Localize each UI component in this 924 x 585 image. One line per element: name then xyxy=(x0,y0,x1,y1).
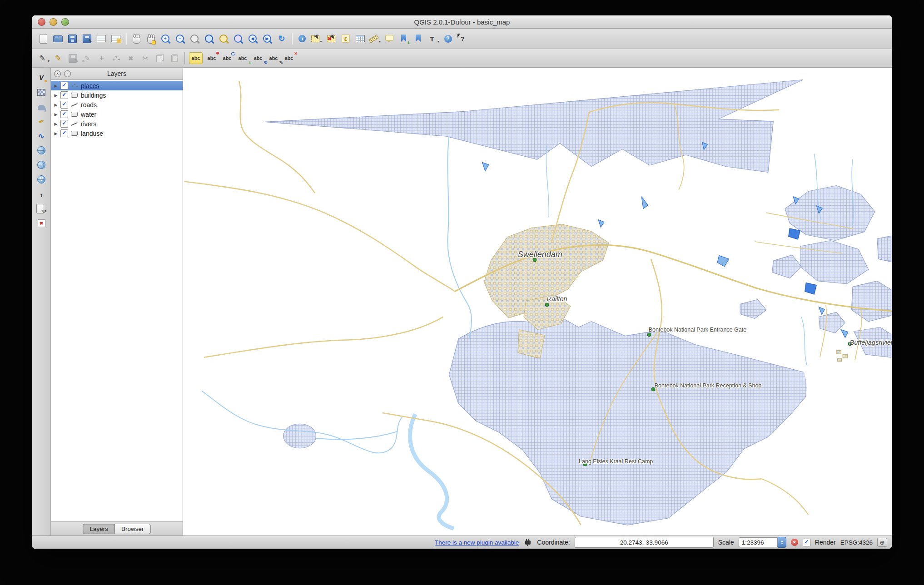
minimize-window-button[interactable] xyxy=(50,18,57,26)
add-vector-layer-button[interactable]: V xyxy=(35,71,48,84)
crs-status: EPSG:4326 xyxy=(840,539,873,546)
layer-item-roads[interactable]: ▶✓roads xyxy=(51,100,183,109)
save-project-button[interactable] xyxy=(65,32,79,45)
cut-features-button[interactable]: ✂ xyxy=(139,51,152,65)
change-label-properties-button[interactable]: abc xyxy=(266,51,281,65)
expand-arrow-icon[interactable]: ▶ xyxy=(54,131,58,136)
measure-line-button[interactable]: ▾ xyxy=(368,32,382,45)
zoom-out-button[interactable]: − xyxy=(173,32,187,45)
layer-item-buildings[interactable]: ▶✓buildings xyxy=(51,90,183,100)
add-wms-layer-button[interactable] xyxy=(35,144,48,157)
node-tool-button[interactable] xyxy=(109,51,123,65)
new-shapefile-layer-button[interactable]: ▾ xyxy=(35,202,48,215)
text-annotation-button[interactable]: T▾ xyxy=(426,32,440,45)
plugin-icon[interactable] xyxy=(525,540,531,545)
panel-tab-browser[interactable]: Browser xyxy=(114,524,151,534)
layer-visibility-checkbox[interactable]: ✓ xyxy=(60,101,68,109)
move-feature-icon: + xyxy=(97,53,107,63)
layer-item-water[interactable]: ▶✓water xyxy=(51,109,183,119)
zoom-to-layer-button[interactable] xyxy=(231,32,245,45)
new-print-composer-button[interactable] xyxy=(94,32,108,45)
identify-features-button[interactable]: i xyxy=(295,32,309,45)
scale-combo[interactable]: 1:23396 ▲▼ xyxy=(739,537,786,548)
layer-item-places[interactable]: ▶✓places xyxy=(51,81,183,90)
float-panel-button[interactable]: ◦ xyxy=(64,70,71,77)
pan-map-button[interactable] xyxy=(129,32,143,45)
crs-status-icon[interactable]: ⊕ xyxy=(877,538,887,547)
add-feature-button[interactable]: ✎ xyxy=(80,51,94,65)
new-bookmark-button[interactable] xyxy=(397,32,411,45)
deselect-features-button[interactable] xyxy=(324,32,338,45)
current-edits-button[interactable]: ✎▾ xyxy=(36,51,50,65)
select-features-button[interactable]: ▾ xyxy=(310,32,323,45)
move-feature-button[interactable]: + xyxy=(95,51,109,65)
highlight-pinned-labels-button[interactable]: abc xyxy=(220,51,234,65)
zoom-next-button[interactable]: ▶ xyxy=(260,32,274,45)
new-plugin-link[interactable]: There is a new plugin available xyxy=(435,539,519,546)
close-window-button[interactable] xyxy=(38,18,45,26)
status-bar: There is a new plugin available Coordina… xyxy=(32,535,892,549)
zoom-in-button[interactable]: + xyxy=(159,32,172,45)
map-tips-button[interactable] xyxy=(383,32,396,45)
new-project-button[interactable] xyxy=(36,32,50,45)
open-attribute-table-button[interactable] xyxy=(353,32,367,45)
show-bookmarks-button[interactable] xyxy=(412,32,425,45)
add-wcs-layer-button[interactable] xyxy=(35,159,48,171)
pan-to-selection-button[interactable] xyxy=(144,32,158,45)
show-hide-labels-button[interactable]: abc xyxy=(282,51,296,65)
toolbar-separator xyxy=(126,33,126,45)
remove-layer-button[interactable] xyxy=(35,217,48,229)
move-label-button[interactable]: abc xyxy=(235,51,250,65)
open-project-button[interactable] xyxy=(51,32,65,45)
help-contents-button[interactable]: ? xyxy=(441,32,455,45)
layer-item-rivers[interactable]: ▶✓rivers xyxy=(51,119,183,129)
zoom-last-button[interactable]: ◀ xyxy=(246,32,259,45)
add-spatialite-layer-button[interactable]: ✒ xyxy=(35,115,48,128)
layer-visibility-checkbox[interactable]: ✓ xyxy=(60,129,68,137)
expand-arrow-icon[interactable]: ▶ xyxy=(54,122,58,126)
stop-rendering-icon[interactable]: ✕ xyxy=(791,539,798,546)
expand-arrow-icon[interactable]: ▶ xyxy=(54,103,58,107)
close-panel-button[interactable]: ✕ xyxy=(54,70,61,77)
layer-labeling-options-button[interactable]: abc xyxy=(188,51,204,65)
zoom-window-button[interactable] xyxy=(61,18,69,26)
layer-item-landuse[interactable]: ▶✓landuse xyxy=(51,129,183,138)
add-postgis-layer-button[interactable] xyxy=(35,100,48,113)
add-wfs-layer-button[interactable] xyxy=(35,173,48,186)
panel-tab-layers[interactable]: Layers xyxy=(83,524,114,534)
paste-features-button[interactable] xyxy=(168,51,181,65)
landuse-polygons xyxy=(265,79,891,525)
rotate-label-button[interactable]: abc xyxy=(251,51,265,65)
add-mssql-layer-button[interactable]: ∿ xyxy=(35,129,48,142)
delete-selected-button[interactable]: ✖ xyxy=(124,51,138,65)
save-project-as-button[interactable] xyxy=(80,32,94,45)
show-hide-labels-icon: abc xyxy=(283,53,295,64)
layer-visibility-checkbox[interactable]: ✓ xyxy=(60,82,68,89)
layer-visibility-checkbox[interactable]: ✓ xyxy=(60,91,68,99)
add-delimited-text-layer-button[interactable]: , xyxy=(35,188,48,200)
map-canvas[interactable]: SwellendamRailtonBontebok National Park … xyxy=(183,68,892,535)
zoom-full-extent-button[interactable] xyxy=(202,32,216,45)
pin-unpin-labels-button[interactable]: abc xyxy=(204,51,219,65)
render-checkbox[interactable]: ✓ xyxy=(803,539,810,546)
add-raster-layer-button[interactable] xyxy=(35,86,48,99)
expand-arrow-icon[interactable]: ▶ xyxy=(54,112,58,117)
layer-tree: ▶✓places▶✓buildings▶✓roads▶✓water▶✓river… xyxy=(51,80,183,521)
toggle-editing-button[interactable]: ✎ xyxy=(51,51,65,65)
layer-visibility-checkbox[interactable]: ✓ xyxy=(60,110,68,118)
composer-manager-button[interactable] xyxy=(109,32,123,45)
scale-value[interactable]: 1:23396 xyxy=(739,537,778,547)
refresh-map-button[interactable]: ↻ xyxy=(275,32,288,45)
scale-stepper-icon[interactable]: ▲▼ xyxy=(778,537,786,548)
save-layer-edits-button[interactable] xyxy=(66,51,79,65)
zoom-native-resolution-button[interactable] xyxy=(188,32,201,45)
expand-arrow-icon[interactable]: ▶ xyxy=(54,93,58,98)
copy-features-button[interactable] xyxy=(153,51,167,65)
zoom-to-selection-button[interactable] xyxy=(217,32,230,45)
layer-label: roads xyxy=(81,101,97,109)
expand-arrow-icon[interactable]: ▶ xyxy=(54,84,58,88)
coordinate-input[interactable] xyxy=(575,537,714,548)
whats-this-button[interactable]: ? xyxy=(456,32,469,45)
layer-visibility-checkbox[interactable]: ✓ xyxy=(60,120,68,128)
select-by-expression-button[interactable]: ε xyxy=(339,32,353,45)
